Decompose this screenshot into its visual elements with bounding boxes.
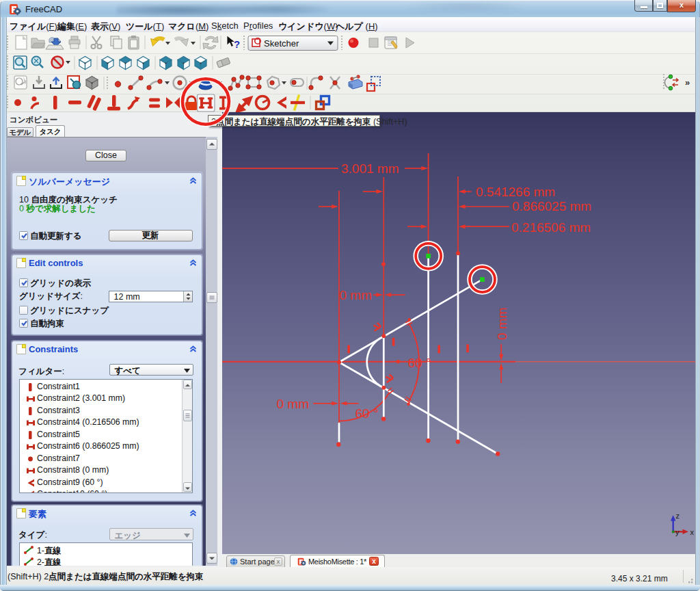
svg-text:0.866025 mm: 0.866025 mm — [512, 199, 591, 213]
svg-text:?: ? — [234, 38, 240, 50]
svg-text:60 °: 60 ° — [355, 406, 379, 421]
svg-text:x: x — [690, 528, 695, 536]
svg-text:0 mm: 0 mm — [495, 308, 509, 341]
svg-text:»: » — [685, 77, 690, 88]
svg-text:0.541266 mm: 0.541266 mm — [476, 185, 555, 199]
svg-text:0 mm: 0 mm — [277, 397, 310, 411]
svg-text:0.216506 mm: 0.216506 mm — [511, 220, 591, 235]
svg-text:Sketcher: Sketcher — [264, 38, 299, 49]
svg-text:z: z — [676, 512, 680, 520]
svg-text:3.001 mm: 3.001 mm — [341, 161, 399, 176]
svg-text:60 °: 60 ° — [408, 356, 431, 370]
svg-text:0 mm: 0 mm — [340, 288, 373, 302]
svg-text:y: y — [675, 528, 679, 536]
